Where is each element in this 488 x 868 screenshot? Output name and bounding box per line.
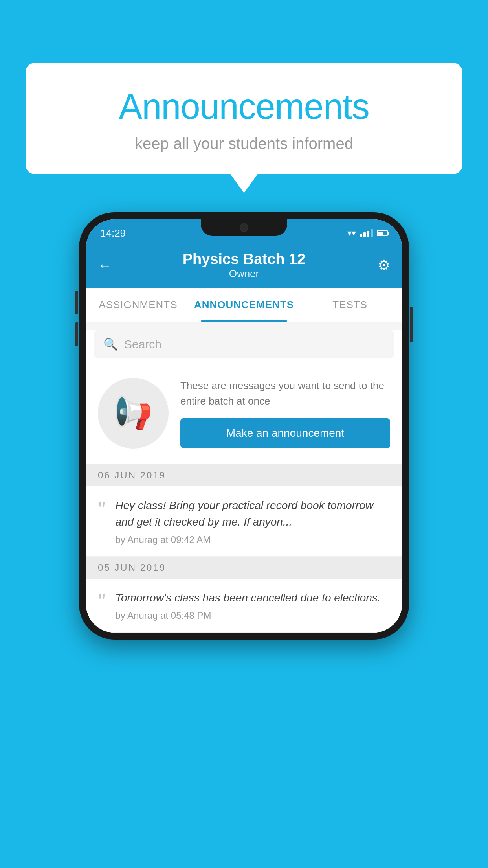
power-button: [410, 307, 413, 342]
header-title: Physics Batch 12: [183, 251, 306, 268]
speech-bubble-container: Announcements keep all your students inf…: [26, 63, 462, 174]
battery-fill: [378, 232, 383, 235]
date-separator-2: 05 JUN 2019: [86, 557, 402, 579]
tab-announcements[interactable]: ANNOUNCEMENTS: [190, 288, 298, 322]
search-input[interactable]: Search: [124, 338, 161, 351]
settings-button[interactable]: ⚙: [367, 257, 390, 274]
megaphone-circle: 📢: [98, 378, 169, 449]
announcement-item-2[interactable]: " Tomorrow's class has been cancelled du…: [86, 579, 402, 633]
phone-notch: [201, 219, 287, 236]
announcement-text-section-2: Tomorrow's class has been cancelled due …: [115, 590, 390, 621]
wifi-icon: ▾▾: [347, 228, 356, 238]
battery-icon: [377, 230, 388, 236]
signal-bar-3: [367, 231, 369, 237]
search-bar[interactable]: 🔍 Search: [94, 330, 394, 358]
signal-bar-4: [371, 229, 373, 237]
make-announcement-button[interactable]: Make an announcement: [180, 418, 390, 448]
app-header: ← Physics Batch 12 Owner ⚙: [86, 243, 402, 288]
date-text-2: 05 JUN 2019: [98, 562, 166, 573]
announcement-author-2: by Anurag at 05:48 PM: [115, 610, 390, 621]
phone-mockup: 14:29 ▾▾ ← Phy: [79, 212, 409, 640]
signal-bar-1: [360, 234, 362, 237]
status-time: 14:29: [100, 227, 126, 239]
date-separator-1: 06 JUN 2019: [86, 464, 402, 486]
back-button[interactable]: ←: [98, 257, 121, 274]
date-text-1: 06 JUN 2019: [98, 470, 166, 481]
tabs-container: ASSIGNMENTS ANNOUNCEMENTS TESTS: [86, 288, 402, 322]
announcement-author-1: by Anurag at 09:42 AM: [115, 534, 390, 545]
signal-bar-2: [363, 232, 366, 237]
announcement-text-2: Tomorrow's class has been cancelled due …: [115, 590, 390, 606]
megaphone-icon: 📢: [114, 395, 153, 432]
tab-assignments[interactable]: ASSIGNMENTS: [86, 288, 190, 322]
bubble-subtitle: keep all your students informed: [45, 135, 443, 153]
phone-screen: 14:29 ▾▾ ← Phy: [86, 219, 402, 633]
bubble-title: Announcements: [45, 86, 443, 127]
search-icon: 🔍: [103, 337, 118, 351]
tab-tests[interactable]: TESTS: [298, 288, 402, 322]
signal-bars: [360, 229, 373, 237]
phone-outer: 14:29 ▾▾ ← Phy: [79, 212, 409, 640]
announcement-item-1[interactable]: " Hey class! Bring your practical record…: [86, 486, 402, 557]
volume-down-button: [75, 322, 78, 346]
front-camera: [240, 223, 248, 232]
promo-description: These are messages you want to send to t…: [180, 378, 390, 409]
speech-bubble: Announcements keep all your students inf…: [26, 63, 462, 174]
announcement-text-section-1: Hey class! Bring your practical record b…: [115, 497, 390, 545]
header-subtitle: Owner: [183, 268, 306, 280]
announcement-promo: 📢 These are messages you want to send to…: [86, 366, 402, 464]
status-icons: ▾▾: [347, 228, 388, 238]
announcement-text-1: Hey class! Bring your practical record b…: [115, 497, 390, 530]
screen-content: 🔍 Search 📢 These are messages you want t…: [86, 330, 402, 633]
promo-right: These are messages you want to send to t…: [180, 378, 390, 448]
quote-icon-2: ": [98, 593, 106, 609]
volume-up-button: [75, 291, 78, 314]
header-title-section: Physics Batch 12 Owner: [183, 251, 306, 280]
quote-icon-1: ": [98, 500, 106, 516]
